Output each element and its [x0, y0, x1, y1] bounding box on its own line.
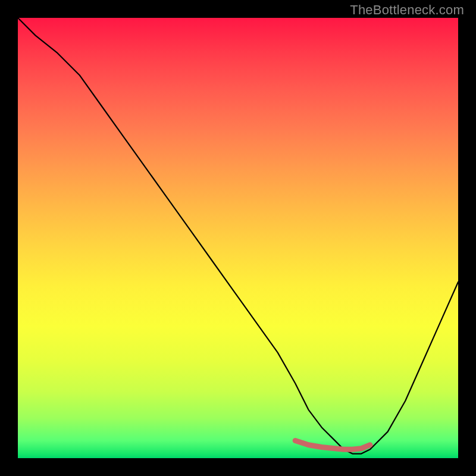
highlight-segment-path: [295, 440, 370, 449]
bottleneck-chart: TheBottleneck.com: [0, 0, 476, 476]
plot-area: [18, 18, 458, 458]
watermark-text: TheBottleneck.com: [350, 2, 464, 18]
bottleneck-curve-path: [18, 18, 458, 454]
curve-layer: [18, 18, 458, 458]
